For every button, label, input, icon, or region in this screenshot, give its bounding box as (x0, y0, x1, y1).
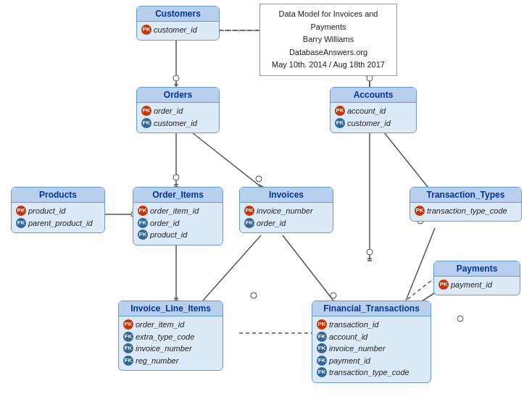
info-author: Barry Williams (266, 33, 391, 46)
pk-icon: PK (123, 319, 133, 329)
fk-icon: FK (317, 343, 327, 353)
svg-line-16 (283, 235, 333, 301)
pk-icon: PK (439, 280, 449, 290)
field-product-id: PK product_id (16, 205, 100, 217)
entity-payments-body: PK payment_id (434, 277, 520, 295)
entity-financial-transactions-title: Financial_Transactions (312, 301, 431, 316)
entity-payments: Payments PK payment_id (433, 261, 520, 295)
entity-accounts-title: Accounts (331, 88, 416, 103)
field-accounts-customer-id: FK customer_id (335, 117, 412, 130)
field-ili-order-item-id: PK order_item_id (123, 319, 218, 331)
entity-products: Products PK product_id FK parent_product… (11, 187, 105, 233)
entity-transaction-types: Transaction_Types PK transaction_type_co… (410, 187, 522, 222)
entity-order-items-body: PK order_item_id FK order_id FK product_… (133, 203, 223, 245)
svg-point-38 (256, 176, 262, 182)
field-ili-extra-type-code: FK extra_type_code (123, 331, 218, 343)
entity-financial-transactions: Financial_Transactions PK transaction_id… (312, 301, 431, 383)
field-ili-invoice-number: FK invoice_number (123, 343, 218, 355)
field-order-items-order-id: FK order_id (138, 217, 218, 230)
fk-icon: FK (16, 218, 26, 228)
entity-order-items-title: Order_Items (133, 188, 223, 203)
svg-point-39 (251, 293, 257, 298)
entity-customers-title: Customers (137, 7, 219, 22)
svg-point-40 (331, 293, 336, 298)
field-ft-transaction-id: PK transaction_id (317, 319, 426, 331)
fk-icon: FK (138, 218, 148, 228)
field-invoice-number: PK invoice_number (244, 205, 328, 217)
pk-icon: PK (317, 319, 327, 329)
svg-point-33 (173, 75, 179, 81)
svg-point-34 (367, 75, 373, 81)
svg-line-7 (192, 133, 261, 187)
svg-line-17 (406, 228, 435, 301)
field-account-id: PK account_id (335, 105, 412, 117)
fk-icon: FK (141, 118, 151, 128)
fk-icon: FK (317, 367, 327, 377)
entity-payments-title: Payments (434, 261, 520, 277)
info-date: May 10th. 2014 / Aug 18th 2017 (266, 59, 391, 72)
field-order-id: PK order_id (141, 105, 215, 117)
diagram: Data Model for Invoices and Payments Bar… (0, 0, 532, 399)
field-ft-account-id: FK account_id (317, 331, 426, 343)
entity-products-title: Products (12, 188, 104, 203)
svg-point-36 (367, 249, 373, 255)
entity-invoices-title: Invoices (240, 188, 333, 203)
field-ili-reg-number: FK reg_number (123, 355, 218, 367)
info-site: DatabaseAnswers.org (266, 46, 391, 59)
field-customer-id: PK customer_id (141, 24, 215, 36)
fk-icon: FK (123, 332, 133, 342)
svg-point-42 (457, 316, 463, 322)
pk-icon: PK (415, 206, 425, 216)
entity-orders: Orders PK order_id FK customer_id (136, 87, 220, 133)
fk-icon: FK (244, 218, 254, 228)
entity-transaction-types-body: PK transaction_type_code (410, 203, 521, 221)
pk-icon: PK (138, 206, 148, 216)
fk-icon: FK (335, 118, 345, 128)
field-parent-product-id: FK parent_product_id (16, 217, 100, 230)
entity-order-items: Order_Items PK order_item_id FK order_id… (133, 187, 223, 245)
field-orders-customer-id: FK customer_id (141, 117, 215, 130)
entity-invoice-line-items: Invoice_Line_Items PK order_item_id FK e… (118, 301, 223, 371)
entity-customers-body: PK customer_id (137, 22, 219, 40)
fk-icon: FK (123, 343, 133, 353)
entity-invoice-line-items-title: Invoice_Line_Items (119, 301, 223, 316)
svg-point-37 (173, 175, 179, 180)
entity-invoices: Invoices PK invoice_number FK order_id (239, 187, 333, 233)
pk-icon: PK (16, 206, 26, 216)
field-invoices-order-id: FK order_id (244, 217, 328, 230)
entity-products-body: PK product_id FK parent_product_id (12, 203, 104, 232)
entity-orders-title: Orders (137, 88, 219, 103)
field-ft-transaction-type-code: FK transaction_type_code (317, 366, 426, 379)
field-order-items-product-id: FK product_id (138, 229, 218, 241)
entity-financial-transactions-body: PK transaction_id FK account_id FK invoi… (312, 316, 431, 382)
entity-accounts: Accounts PK account_id FK customer_id (330, 87, 417, 133)
info-title: Data Model for Invoices and Payments (266, 8, 391, 33)
field-payment-id: PK payment_id (439, 279, 515, 291)
field-transaction-type-code: PK transaction_type_code (415, 205, 517, 217)
info-box: Data Model for Invoices and Payments Bar… (259, 4, 397, 76)
entity-transaction-types-title: Transaction_Types (410, 188, 521, 203)
field-ft-invoice-number: FK invoice_number (317, 343, 426, 355)
fk-icon: FK (317, 356, 327, 366)
fk-icon: FK (138, 230, 148, 240)
entity-orders-body: PK order_id FK customer_id (137, 103, 219, 133)
fk-icon: FK (123, 356, 133, 366)
entity-invoice-line-items-body: PK order_item_id FK extra_type_code FK i… (119, 316, 223, 370)
svg-line-9 (384, 133, 428, 187)
fk-icon: FK (317, 332, 327, 342)
pk-icon: PK (141, 106, 151, 116)
entity-invoices-body: PK invoice_number FK order_id (240, 203, 333, 232)
entity-accounts-body: PK account_id FK customer_id (331, 103, 416, 133)
pk-icon: PK (141, 25, 151, 35)
pk-icon: PK (244, 206, 254, 216)
pk-icon: PK (335, 106, 345, 116)
field-order-item-id: PK order_item_id (138, 205, 218, 217)
svg-line-15 (203, 235, 261, 301)
field-ft-payment-id: FK payment_id (317, 355, 426, 367)
entity-customers: Customers PK customer_id (136, 6, 220, 41)
